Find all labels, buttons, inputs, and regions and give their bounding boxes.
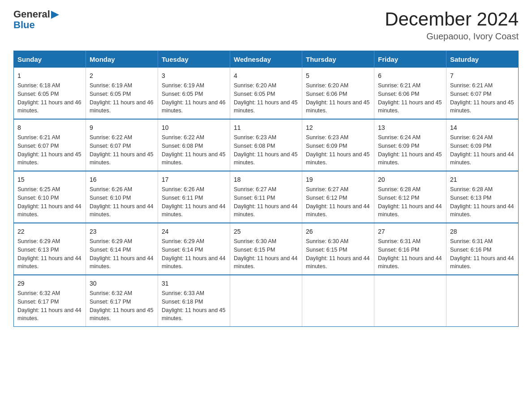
day-number: 16 — [90, 175, 154, 184]
day-number: 26 — [306, 227, 370, 236]
day-number: 29 — [17, 279, 82, 288]
calendar-cell: 18 Sunrise: 6:27 AMSunset: 6:11 PMDaylig… — [230, 171, 302, 223]
day-info: Sunrise: 6:31 AMSunset: 6:16 PMDaylight:… — [450, 237, 515, 271]
calendar-cell: 5 Sunrise: 6:20 AMSunset: 6:06 PMDayligh… — [302, 68, 374, 119]
day-number: 21 — [450, 175, 515, 184]
day-of-week-header: Wednesday — [230, 51, 302, 68]
logo: General Blue — [13, 9, 59, 30]
calendar-cell: 20 Sunrise: 6:28 AMSunset: 6:12 PMDaylig… — [374, 171, 446, 223]
calendar-cell: 14 Sunrise: 6:24 AMSunset: 6:09 PMDaylig… — [446, 119, 519, 171]
calendar-cell: 24 Sunrise: 6:29 AMSunset: 6:14 PMDaylig… — [158, 223, 230, 275]
calendar-cell: 25 Sunrise: 6:30 AMSunset: 6:15 PMDaylig… — [230, 223, 302, 275]
calendar-cell: 19 Sunrise: 6:27 AMSunset: 6:12 PMDaylig… — [302, 171, 374, 223]
logo-blue-text: Blue — [13, 20, 35, 30]
day-number: 27 — [378, 227, 442, 236]
day-info: Sunrise: 6:22 AMSunset: 6:07 PMDaylight:… — [90, 133, 154, 167]
day-number: 22 — [17, 227, 82, 236]
day-number: 25 — [234, 227, 298, 236]
day-number: 10 — [162, 123, 226, 133]
calendar-cell: 26 Sunrise: 6:30 AMSunset: 6:15 PMDaylig… — [302, 223, 374, 275]
calendar-cell — [446, 275, 519, 327]
days-of-week-row: SundayMondayTuesdayWednesdayThursdayFrid… — [14, 51, 519, 68]
day-info: Sunrise: 6:26 AMSunset: 6:10 PMDaylight:… — [90, 185, 154, 219]
calendar-cell: 23 Sunrise: 6:29 AMSunset: 6:14 PMDaylig… — [86, 223, 158, 275]
calendar-cell: 27 Sunrise: 6:31 AMSunset: 6:16 PMDaylig… — [374, 223, 446, 275]
svg-marker-0 — [51, 11, 59, 19]
calendar-cell: 1 Sunrise: 6:18 AMSunset: 6:05 PMDayligh… — [14, 68, 86, 119]
day-info: Sunrise: 6:22 AMSunset: 6:08 PMDaylight:… — [162, 133, 226, 167]
day-info: Sunrise: 6:21 AMSunset: 6:07 PMDaylight:… — [450, 81, 515, 115]
day-info: Sunrise: 6:18 AMSunset: 6:05 PMDaylight:… — [17, 81, 82, 115]
calendar-cell: 17 Sunrise: 6:26 AMSunset: 6:11 PMDaylig… — [158, 171, 230, 223]
day-number: 2 — [90, 71, 154, 81]
day-number: 28 — [450, 227, 515, 236]
day-number: 15 — [17, 175, 82, 184]
calendar-cell: 21 Sunrise: 6:28 AMSunset: 6:13 PMDaylig… — [446, 171, 519, 223]
calendar-cell: 7 Sunrise: 6:21 AMSunset: 6:07 PMDayligh… — [446, 68, 519, 119]
calendar-cell: 2 Sunrise: 6:19 AMSunset: 6:05 PMDayligh… — [86, 68, 158, 119]
day-info: Sunrise: 6:24 AMSunset: 6:09 PMDaylight:… — [378, 133, 442, 167]
day-number: 17 — [162, 175, 226, 184]
calendar-cell: 6 Sunrise: 6:21 AMSunset: 6:06 PMDayligh… — [374, 68, 446, 119]
calendar-cell: 12 Sunrise: 6:23 AMSunset: 6:09 PMDaylig… — [302, 119, 374, 171]
day-number: 3 — [162, 71, 226, 81]
day-number: 5 — [306, 71, 370, 81]
day-number: 1 — [17, 71, 82, 81]
calendar-week-row: 8 Sunrise: 6:21 AMSunset: 6:07 PMDayligh… — [14, 119, 519, 171]
day-number: 8 — [17, 123, 82, 133]
calendar-cell: 31 Sunrise: 6:33 AMSunset: 6:18 PMDaylig… — [158, 275, 230, 327]
calendar-cell — [302, 275, 374, 327]
day-info: Sunrise: 6:31 AMSunset: 6:16 PMDaylight:… — [378, 237, 442, 271]
logo-arrow-icon — [51, 11, 59, 19]
day-number: 24 — [162, 227, 226, 236]
calendar-cell: 30 Sunrise: 6:32 AMSunset: 6:17 PMDaylig… — [86, 275, 158, 327]
day-info: Sunrise: 6:29 AMSunset: 6:14 PMDaylight:… — [90, 237, 154, 271]
calendar-week-row: 1 Sunrise: 6:18 AMSunset: 6:05 PMDayligh… — [14, 68, 519, 119]
day-info: Sunrise: 6:26 AMSunset: 6:11 PMDaylight:… — [162, 185, 226, 219]
calendar-cell: 9 Sunrise: 6:22 AMSunset: 6:07 PMDayligh… — [86, 119, 158, 171]
calendar-cell: 22 Sunrise: 6:29 AMSunset: 6:13 PMDaylig… — [14, 223, 86, 275]
day-info: Sunrise: 6:27 AMSunset: 6:11 PMDaylight:… — [234, 185, 298, 219]
day-of-week-header: Friday — [374, 51, 446, 68]
day-number: 20 — [378, 175, 442, 184]
day-of-week-header: Sunday — [14, 51, 86, 68]
day-info: Sunrise: 6:33 AMSunset: 6:18 PMDaylight:… — [162, 289, 226, 323]
calendar-cell: 28 Sunrise: 6:31 AMSunset: 6:16 PMDaylig… — [446, 223, 519, 275]
day-of-week-header: Thursday — [302, 51, 374, 68]
calendar-table: SundayMondayTuesdayWednesdayThursdayFrid… — [13, 51, 519, 327]
calendar-cell: 4 Sunrise: 6:20 AMSunset: 6:05 PMDayligh… — [230, 68, 302, 119]
day-info: Sunrise: 6:23 AMSunset: 6:09 PMDaylight:… — [306, 133, 370, 167]
day-number: 13 — [378, 123, 442, 133]
calendar-cell: 8 Sunrise: 6:21 AMSunset: 6:07 PMDayligh… — [14, 119, 86, 171]
title-area: December 2024 Guepaouo, Ivory Coast — [385, 9, 519, 42]
day-number: 14 — [450, 123, 515, 133]
day-info: Sunrise: 6:27 AMSunset: 6:12 PMDaylight:… — [306, 185, 370, 219]
day-number: 7 — [450, 71, 515, 81]
calendar-header: SundayMondayTuesdayWednesdayThursdayFrid… — [14, 51, 519, 68]
day-info: Sunrise: 6:19 AMSunset: 6:05 PMDaylight:… — [90, 81, 154, 115]
page-subtitle: Guepaouo, Ivory Coast — [385, 31, 519, 42]
day-info: Sunrise: 6:23 AMSunset: 6:08 PMDaylight:… — [234, 133, 298, 167]
day-number: 18 — [234, 175, 298, 184]
day-info: Sunrise: 6:29 AMSunset: 6:14 PMDaylight:… — [162, 237, 226, 271]
day-info: Sunrise: 6:21 AMSunset: 6:07 PMDaylight:… — [17, 133, 82, 167]
day-of-week-header: Saturday — [446, 51, 519, 68]
day-of-week-header: Tuesday — [158, 51, 230, 68]
day-of-week-header: Monday — [86, 51, 158, 68]
day-number: 19 — [306, 175, 370, 184]
day-info: Sunrise: 6:28 AMSunset: 6:12 PMDaylight:… — [378, 185, 442, 219]
calendar-cell: 29 Sunrise: 6:32 AMSunset: 6:17 PMDaylig… — [14, 275, 86, 327]
day-number: 23 — [90, 227, 154, 236]
day-number: 6 — [378, 71, 442, 81]
calendar-cell: 16 Sunrise: 6:26 AMSunset: 6:10 PMDaylig… — [86, 171, 158, 223]
day-info: Sunrise: 6:32 AMSunset: 6:17 PMDaylight:… — [17, 289, 82, 323]
calendar-cell: 3 Sunrise: 6:19 AMSunset: 6:05 PMDayligh… — [158, 68, 230, 119]
day-info: Sunrise: 6:30 AMSunset: 6:15 PMDaylight:… — [306, 237, 370, 271]
day-info: Sunrise: 6:32 AMSunset: 6:17 PMDaylight:… — [90, 289, 154, 323]
day-info: Sunrise: 6:21 AMSunset: 6:06 PMDaylight:… — [378, 81, 442, 115]
day-number: 31 — [162, 279, 226, 288]
calendar-cell: 11 Sunrise: 6:23 AMSunset: 6:08 PMDaylig… — [230, 119, 302, 171]
calendar-cell: 10 Sunrise: 6:22 AMSunset: 6:08 PMDaylig… — [158, 119, 230, 171]
calendar-cell — [374, 275, 446, 327]
page-header: General Blue December 2024 Guepaouo, Ivo… — [13, 9, 519, 42]
